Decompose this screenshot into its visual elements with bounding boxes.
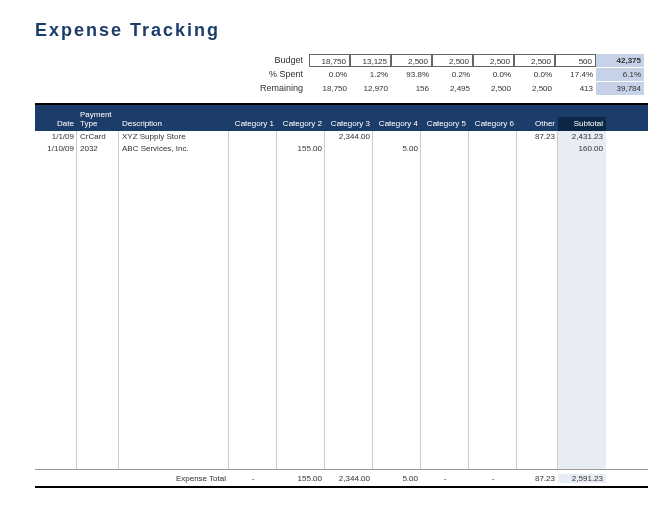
remain-cat2: 12,970 (350, 82, 391, 95)
cell-subtotal: 2,431.23 (558, 131, 606, 143)
cell-cat2: 155.00 (277, 143, 325, 155)
table-row[interactable]: 1/10/09 2032 ABC Services, Inc. 155.00 5… (35, 143, 648, 155)
summary-label: Remaining (113, 83, 309, 93)
page-title: Expense Tracking (35, 20, 648, 41)
footer-subtotal: 2,591.23 (558, 474, 606, 483)
cell-date: 1/1/09 (35, 131, 77, 143)
col-header-subtotal: Subtotal (558, 117, 606, 131)
cell-subtotal: 160.00 (558, 143, 606, 155)
footer-cat2: 155.00 (277, 474, 325, 483)
spent-cat4: 0.2% (432, 68, 473, 81)
footer-cat4: 5.00 (373, 474, 421, 483)
col-header-cat3: Category 3 (325, 117, 373, 131)
budget-cat1[interactable]: 18,750 (309, 54, 350, 67)
col-header-desc: Description (119, 117, 229, 131)
footer-cat1: - (229, 474, 277, 483)
cell-other: 87.23 (517, 131, 558, 143)
cell-cat2 (277, 131, 325, 143)
budget-cat6[interactable]: 2,500 (514, 54, 555, 67)
footer-cat5: - (421, 474, 469, 483)
col-header-other: Other (517, 117, 558, 131)
budget-other[interactable]: 500 (555, 54, 596, 67)
col-header-cat1: Category 1 (229, 117, 277, 131)
grid-lines (35, 131, 648, 469)
spent-other: 17.4% (555, 68, 596, 81)
budget-cat2[interactable]: 13,125 (350, 54, 391, 67)
col-header-cat6: Category 6 (469, 117, 517, 131)
summary-row-spent: % Spent 0.0% 1.2% 93.8% 0.2% 0.0% 0.0% 1… (113, 67, 644, 81)
spent-cat3: 93.8% (391, 68, 432, 81)
budget-cat5[interactable]: 2,500 (473, 54, 514, 67)
remain-cat3: 156 (391, 82, 432, 95)
spent-cat5: 0.0% (473, 68, 514, 81)
col-header-date: Date (35, 117, 77, 131)
budget-cat4[interactable]: 2,500 (432, 54, 473, 67)
col-header-ptype: Payment Type (77, 108, 119, 131)
cell-ptype: 2032 (77, 143, 119, 155)
cell-cat6 (469, 131, 517, 143)
cell-other (517, 143, 558, 155)
footer-label: Expense Total (35, 474, 229, 483)
budget-total: 42,375 (596, 54, 644, 67)
remain-cat5: 2,500 (473, 82, 514, 95)
remain-other: 413 (555, 82, 596, 95)
spent-cat2: 1.2% (350, 68, 391, 81)
cell-desc: XYZ Supply Store (119, 131, 229, 143)
col-header-cat4: Category 4 (373, 117, 421, 131)
summary-block: Budget 18,750 13,125 2,500 2,500 2,500 2… (35, 53, 644, 95)
spent-total: 6.1% (596, 68, 644, 81)
cell-cat6 (469, 143, 517, 155)
cell-cat1 (229, 131, 277, 143)
spent-cat1: 0.0% (309, 68, 350, 81)
expense-table: Date Payment Type Description Category 1… (35, 103, 648, 488)
cell-cat1 (229, 143, 277, 155)
remain-cat6: 2,500 (514, 82, 555, 95)
cell-cat4 (373, 131, 421, 143)
footer-other: 87.23 (517, 474, 558, 483)
cell-cat5 (421, 131, 469, 143)
cell-desc: ABC Services, Inc. (119, 143, 229, 155)
footer-cat3: 2,344.00 (325, 474, 373, 483)
remain-cat4: 2,495 (432, 82, 473, 95)
summary-row-budget: Budget 18,750 13,125 2,500 2,500 2,500 2… (113, 53, 644, 67)
summary-label: % Spent (113, 69, 309, 79)
footer-cat6: - (469, 474, 517, 483)
table-header: Date Payment Type Description Category 1… (35, 105, 648, 131)
cell-cat3: 2,344.00 (325, 131, 373, 143)
budget-cat3[interactable]: 2,500 (391, 54, 432, 67)
cell-cat5 (421, 143, 469, 155)
expense-sheet: Expense Tracking Budget 18,750 13,125 2,… (0, 0, 666, 513)
remain-cat1: 18,750 (309, 82, 350, 95)
col-header-cat2: Category 2 (277, 117, 325, 131)
spent-cat6: 0.0% (514, 68, 555, 81)
summary-row-remaining: Remaining 18,750 12,970 156 2,495 2,500 … (113, 81, 644, 95)
summary-label: Budget (113, 55, 309, 65)
cell-cat4: 5.00 (373, 143, 421, 155)
table-row[interactable]: 1/1/09 CrCard XYZ Supply Store 2,344.00 … (35, 131, 648, 143)
cell-date: 1/10/09 (35, 143, 77, 155)
cell-cat3 (325, 143, 373, 155)
remain-total: 39,784 (596, 82, 644, 95)
table-footer: Expense Total - 155.00 2,344.00 5.00 - -… (35, 469, 648, 486)
cell-ptype: CrCard (77, 131, 119, 143)
table-body: 1/1/09 CrCard XYZ Supply Store 2,344.00 … (35, 131, 648, 469)
col-header-cat5: Category 5 (421, 117, 469, 131)
